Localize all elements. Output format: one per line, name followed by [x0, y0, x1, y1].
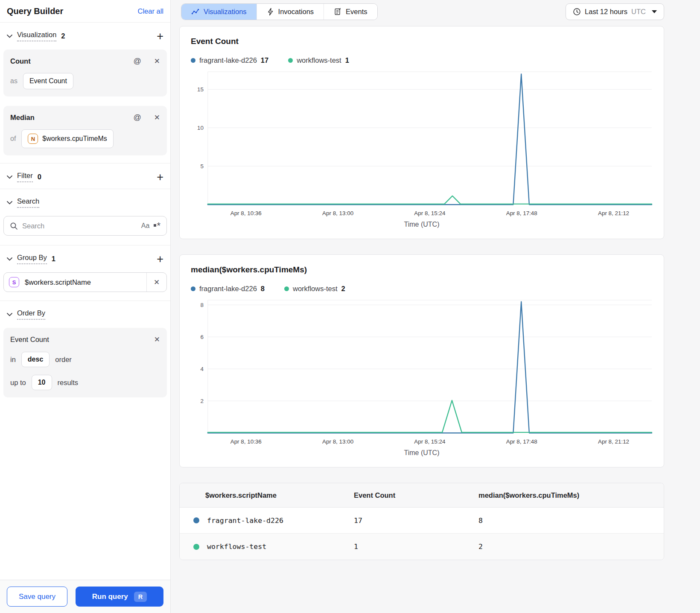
add-visualization-button[interactable]: +	[157, 32, 163, 41]
close-icon[interactable]: ✕	[154, 57, 160, 66]
order-by-field[interactable]: Event Count	[10, 336, 154, 344]
search-input[interactable]	[22, 222, 137, 230]
at-mention-icon[interactable]: @	[133, 113, 141, 122]
series-dot	[288, 58, 293, 63]
tab-invocations[interactable]: Invocations	[257, 4, 324, 20]
add-filter-button[interactable]: +	[157, 173, 163, 181]
group-by-section-label[interactable]: Group By	[17, 254, 47, 264]
order-by-section-label[interactable]: Order By	[17, 309, 45, 320]
filter-section-header: Filter 0 +	[0, 163, 170, 189]
table-row[interactable]: workflows-test 1 2	[180, 534, 664, 560]
series-name: workflows-test	[293, 285, 338, 293]
event-log-icon	[334, 8, 341, 16]
column-header[interactable]: median($workers.cpuTimeMs)	[478, 491, 664, 499]
group-by-field-value: $workers.scriptName	[19, 278, 146, 286]
of-label: of	[10, 135, 16, 143]
alias-field[interactable]: Event Count	[23, 73, 73, 89]
number-type-icon: N	[28, 134, 38, 144]
close-icon[interactable]: ✕	[154, 335, 160, 344]
tab-visualizations[interactable]: Visualizations	[181, 4, 257, 20]
column-header[interactable]: $workers.scriptName	[180, 491, 354, 499]
run-query-button[interactable]: Run query R	[76, 587, 163, 607]
series-dot	[284, 286, 289, 291]
time-range-value: Last 12 hours	[585, 8, 627, 16]
keyboard-shortcut-badge: R	[134, 592, 147, 602]
chart-legend: fragrant-lake-d226 8 workflows-test 2	[191, 285, 653, 293]
svg-text:Apr 8, 13:00: Apr 8, 13:00	[322, 210, 353, 216]
match-case-icon[interactable]: Aa	[141, 222, 150, 230]
lightning-bolt-icon	[267, 8, 274, 16]
chevron-down-icon[interactable]	[7, 201, 12, 204]
svg-text:Apr 8, 17:48: Apr 8, 17:48	[506, 210, 537, 216]
series-total: 1	[345, 56, 349, 64]
svg-text:15: 15	[197, 86, 204, 93]
visualization-function-label[interactable]: Count	[10, 57, 133, 65]
median-value: 2	[478, 543, 664, 551]
line-chart[interactable]: 2468Apr 8, 10:36Apr 8, 13:00Apr 8, 15:24…	[191, 298, 653, 447]
visualization-section-label[interactable]: Visualization	[17, 31, 56, 41]
event-count-value: 1	[354, 543, 478, 551]
add-group-by-button[interactable]: +	[157, 255, 163, 263]
tab-events[interactable]: Events	[324, 4, 377, 20]
series-dot	[191, 58, 195, 63]
series-name: fragrant-lake-d226	[199, 56, 257, 64]
clear-all-link[interactable]: Clear all	[137, 7, 163, 15]
column-header[interactable]: Event Count	[354, 491, 478, 499]
svg-text:Apr 8, 17:48: Apr 8, 17:48	[506, 438, 537, 445]
svg-text:Apr 8, 21:12: Apr 8, 21:12	[598, 210, 629, 216]
clock-icon	[573, 8, 581, 16]
chevron-down-icon[interactable]	[7, 257, 12, 261]
script-name: workflows-test	[207, 543, 266, 551]
upto-label: up to	[10, 379, 26, 387]
in-label: in	[10, 356, 16, 364]
order-by-card: Event Count ✕ in desc order up to 10 res…	[3, 328, 167, 397]
sidebar-header: Query Builder Clear all	[0, 0, 170, 23]
chevron-down-icon[interactable]	[7, 175, 12, 179]
filter-section-label[interactable]: Filter	[17, 172, 33, 182]
svg-text:4: 4	[200, 366, 204, 372]
filter-count: 0	[38, 173, 41, 181]
results-table: $workers.scriptName Event Count median($…	[179, 483, 664, 560]
series-total: 8	[261, 285, 265, 293]
line-chart-icon	[191, 8, 199, 16]
chevron-down-icon[interactable]	[7, 313, 12, 316]
save-query-button[interactable]: Save query	[7, 587, 67, 607]
search-icon	[10, 222, 18, 230]
chevron-down-icon[interactable]	[7, 35, 12, 38]
svg-text:Apr 8, 15:24: Apr 8, 15:24	[414, 210, 446, 216]
series-name: workflows-test	[297, 56, 341, 64]
view-tabs: Visualizations Invocations Events	[181, 3, 378, 20]
results-label: results	[58, 379, 79, 387]
string-type-icon: S	[9, 277, 19, 287]
field-selector-value: $workers.cpuTimeMs	[42, 135, 107, 143]
group-by-section-header: Group By 1 +	[0, 245, 170, 271]
sort-direction-selector[interactable]: desc	[21, 352, 50, 367]
svg-text:Apr 8, 13:00: Apr 8, 13:00	[322, 438, 353, 445]
event-count-chart-card: Event Count fragrant-lake-d226 17 workfl…	[179, 26, 664, 239]
time-range-selector[interactable]: Last 12 hours UTC	[566, 3, 664, 20]
regex-icon[interactable]: *	[154, 223, 160, 229]
run-query-label: Run query	[92, 593, 128, 601]
close-icon[interactable]: ✕	[154, 113, 160, 122]
legend-item[interactable]: fragrant-lake-d226 17	[191, 56, 268, 64]
svg-text:10: 10	[197, 125, 204, 131]
query-builder-app: Query Builder Clear all Visualization 2 …	[0, 0, 700, 613]
at-mention-icon[interactable]: @	[133, 57, 141, 66]
legend-item[interactable]: workflows-test 1	[288, 56, 349, 64]
line-chart[interactable]: 51015Apr 8, 10:36Apr 8, 13:00Apr 8, 15:2…	[191, 70, 653, 219]
field-selector[interactable]: N $workers.cpuTimeMs	[21, 129, 113, 148]
main-content: Visualizations Invocations Events Last 1…	[171, 0, 700, 613]
remove-group-by-button[interactable]: ✕	[147, 278, 166, 287]
legend-item[interactable]: fragrant-lake-d226 8	[191, 285, 265, 293]
table-header-row: $workers.scriptName Event Count median($…	[180, 483, 664, 508]
legend-item[interactable]: workflows-test 2	[284, 285, 345, 293]
group-by-field[interactable]: S $workers.scriptName ✕	[3, 272, 167, 292]
svg-text:5: 5	[200, 163, 203, 169]
search-section-label[interactable]: Search	[17, 197, 39, 208]
table-row[interactable]: fragrant-lake-d226 17 8	[180, 508, 664, 534]
limit-input[interactable]: 10	[32, 375, 52, 390]
median-cputime-chart-card: median($workers.cpuTimeMs) fragrant-lake…	[179, 254, 664, 467]
visualization-function-label[interactable]: Median	[10, 114, 133, 122]
series-total: 2	[341, 285, 345, 293]
search-box: Aa *	[3, 216, 167, 236]
